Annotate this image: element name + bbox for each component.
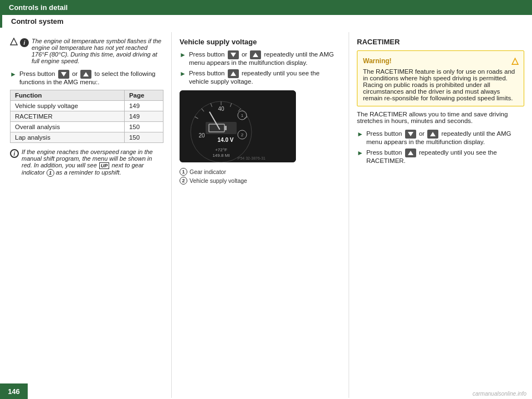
warning-header: Warning! △: [363, 55, 518, 66]
btn-up-icon-m1: [250, 50, 261, 59]
svg-text:149.8 MI: 149.8 MI: [212, 153, 229, 158]
svg-text:20: 20: [198, 132, 205, 139]
note-engine-oil-text: The engine oil temperature symbol flashe…: [32, 38, 163, 64]
btn-down-icon: [58, 70, 69, 79]
bullet-arrow-1: ►: [10, 70, 17, 78]
svg-text:+72°F: +72°F: [215, 147, 227, 152]
bullet-arrow-m1: ►: [180, 51, 186, 59]
page-number: 146: [0, 383, 28, 399]
right-bullet-1: ► Press button or repeatedly until the A…: [357, 130, 524, 145]
right-bullet-2-text: Press button repeatedly until you see th…: [366, 149, 524, 164]
right-bullet-1-text: Press button or repeatedly until the AMG…: [366, 130, 524, 145]
svg-marker-0: [11, 38, 17, 45]
watermark: carmanualsonline.info: [473, 391, 526, 397]
gauge-caption-2: 2 Vehicle supply voltage: [180, 177, 341, 185]
gauge-caption: 1 Gear indicator 2 Vehicle supply voltag…: [180, 168, 341, 185]
svg-marker-1: [61, 72, 66, 76]
table-row: RACETIMER149: [11, 111, 163, 122]
header-title: Controls in detail: [9, 3, 68, 12]
bullet-press-button: ► Press button or to select the followin…: [10, 70, 163, 85]
header-bar: Controls in detail: [0, 0, 532, 15]
gauge-svg: 40 20 14.0 V: [180, 90, 296, 162]
svg-marker-30: [430, 132, 436, 136]
btn-down-icon-r1: [405, 130, 416, 139]
svg-text:1: 1: [241, 113, 244, 118]
note-overspeed: i If the engine reaches the overspeed ra…: [10, 149, 163, 177]
table-row: Vehicle supply voltage149: [11, 101, 163, 111]
btn-up-icon-r1: [427, 130, 438, 139]
svg-marker-4: [253, 53, 258, 57]
svg-marker-2: [83, 72, 89, 76]
btn-up-icon: [80, 70, 91, 79]
up-indicator: UP: [99, 162, 110, 169]
right-section-title: RACETIMER: [357, 38, 524, 46]
svg-text:2: 2: [241, 132, 244, 137]
bullet-press-text: Press button or to select the following …: [19, 70, 163, 85]
gauge-caption-1: 1 Gear indicator: [180, 168, 341, 176]
svg-text:14.0 V: 14.0 V: [218, 137, 234, 143]
left-column: i The engine oil temperature symbol flas…: [0, 32, 172, 398]
subheader-title: Control system: [11, 17, 64, 25]
btn-down-icon-m1: [228, 50, 239, 59]
info-icon-2: i: [10, 149, 19, 158]
bullet-arrow-r1: ►: [357, 130, 364, 138]
middle-bullet-1-text: Press button or repeatedly until the AMG…: [189, 50, 341, 66]
note-overspeed-text: If the engine reaches the overspeed rang…: [22, 149, 163, 177]
table-row: Lap analysis150: [11, 132, 163, 143]
triangle-icon: [10, 38, 18, 45]
warning-text: The RACETIMER feature is only for use on…: [363, 68, 515, 101]
function-table: Function Page Vehicle supply voltage149R…: [10, 90, 163, 143]
middle-bullet-2-text: Press button repeatedly until you see th…: [189, 69, 341, 85]
btn-icon-r2: [405, 149, 416, 157]
bullet-arrow-r2: ►: [357, 149, 364, 157]
bullet-arrow-m2: ►: [180, 70, 186, 78]
subheader-bar: Control system: [0, 15, 532, 28]
svg-marker-5: [231, 71, 236, 76]
warning-box: Warning! △ The RACETIMER feature is only…: [357, 50, 524, 106]
svg-marker-3: [231, 53, 236, 57]
gauge-image: 40 20 14.0 V: [180, 90, 296, 162]
table-row: Overall analysis150: [11, 122, 163, 132]
note-engine-oil: i The engine oil temperature symbol flas…: [10, 38, 163, 64]
middle-section-title: Vehicle supply voltage: [180, 38, 341, 46]
svg-marker-31: [408, 151, 413, 155]
svg-rect-19: [224, 126, 227, 130]
middle-bullet-1: ► Press button or repeatedly until the A…: [180, 50, 341, 66]
circle-1-gauge: 1: [180, 168, 187, 176]
svg-marker-29: [408, 132, 413, 136]
btn-icon-m2: [228, 69, 239, 78]
circle-2-gauge: 2: [180, 177, 187, 185]
info-icon: i: [20, 38, 29, 47]
col-page: Page: [124, 90, 163, 101]
middle-bullet-2: ► Press button repeatedly until you see …: [180, 69, 341, 85]
col-function: Function: [11, 90, 125, 101]
right-bullet-2: ► Press button repeatedly until you see …: [357, 149, 524, 164]
svg-rect-6: [180, 90, 296, 162]
svg-text:P54 32-3876-31: P54 32-3876-31: [238, 156, 265, 160]
circle-1: 1: [47, 169, 54, 177]
right-column: RACETIMER Warning! △ The RACETIMER featu…: [349, 32, 532, 398]
middle-column: Vehicle supply voltage ► Press button or…: [172, 32, 349, 398]
svg-text:40: 40: [218, 106, 224, 112]
racetimer-para: The RACETIMER allows you to time and sav…: [357, 111, 524, 124]
warning-triangle-icon: △: [511, 55, 518, 66]
